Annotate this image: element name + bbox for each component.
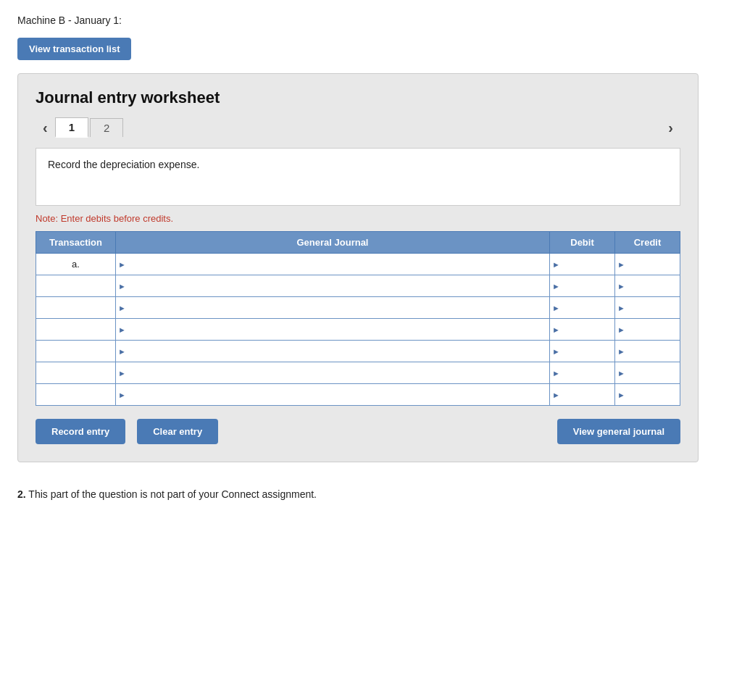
journal-input-5[interactable] (128, 343, 549, 359)
worksheet-title: Journal entry worksheet (36, 88, 680, 107)
debit-input-1[interactable] (562, 256, 614, 272)
description-text: Record the depreciation expense. (48, 159, 199, 170)
arrow-icon-3: ► (116, 304, 128, 312)
journal-cell-3[interactable]: ► (116, 297, 550, 319)
arrow-icon-4: ► (116, 325, 128, 334)
bottom-section: 2. This part of the question is not part… (17, 488, 725, 500)
next-tab-arrow[interactable]: › (661, 120, 680, 136)
debit-input-2[interactable] (562, 278, 614, 294)
table-row: a. ► ► ► (36, 254, 680, 275)
page-title: Machine B - January 1: (17, 14, 725, 26)
credit-arrow-icon-4: ► (615, 325, 628, 334)
journal-table: Transaction General Journal Debit Credit… (36, 231, 680, 406)
credit-arrow-icon-2: ► (615, 282, 628, 291)
bottom-note-text: This part of the question is not part of… (26, 488, 317, 500)
header-credit: Credit (615, 232, 680, 254)
tab-2[interactable]: 2 (90, 118, 123, 137)
debit-input-5[interactable] (562, 343, 614, 359)
transaction-cell-1: a. (36, 254, 116, 275)
journal-input-4[interactable] (128, 321, 549, 338)
debit-cell-7[interactable]: ► (550, 384, 615, 406)
journal-cell-2[interactable]: ► (116, 275, 550, 297)
header-debit: Debit (550, 232, 615, 254)
journal-cell-5[interactable]: ► (116, 341, 550, 362)
credit-cell-2[interactable]: ► (615, 275, 680, 297)
arrow-icon-5: ► (116, 347, 128, 356)
view-general-journal-button[interactable]: View general journal (557, 419, 680, 444)
journal-input-2[interactable] (128, 278, 549, 294)
credit-input-2[interactable] (628, 278, 680, 294)
table-row: ► ► ► (36, 275, 680, 297)
credit-cell-1[interactable]: ► (615, 254, 680, 275)
transaction-cell-3 (36, 297, 116, 319)
debit-cell-3[interactable]: ► (550, 297, 615, 319)
debit-cell-4[interactable]: ► (550, 319, 615, 341)
journal-cell-7[interactable]: ► (116, 384, 550, 406)
debit-arrow-icon-5: ► (550, 347, 562, 356)
journal-cell-1[interactable]: ► (116, 254, 550, 275)
debit-arrow-icon-1: ► (550, 260, 562, 269)
debit-input-4[interactable] (562, 321, 614, 338)
journal-input-1[interactable] (128, 256, 549, 272)
debit-cell-2[interactable]: ► (550, 275, 615, 297)
arrow-icon-2: ► (116, 282, 128, 291)
transaction-cell-5 (36, 341, 116, 362)
clear-entry-button[interactable]: Clear entry (137, 419, 218, 444)
table-row: ► ► ► (36, 319, 680, 341)
description-box: Record the depreciation expense. (36, 148, 680, 206)
debit-cell-6[interactable]: ► (550, 362, 615, 384)
record-entry-button[interactable]: Record entry (36, 419, 125, 444)
table-row: ► ► ► (36, 297, 680, 319)
credit-input-4[interactable] (628, 321, 680, 338)
debit-cell-5[interactable]: ► (550, 341, 615, 362)
view-transaction-button[interactable]: View transaction list (17, 38, 131, 60)
credit-input-5[interactable] (628, 343, 680, 359)
credit-input-3[interactable] (628, 299, 680, 316)
tabs-navigation: ‹ 1 2 › (36, 117, 680, 138)
debit-arrow-icon-6: ► (550, 369, 562, 378)
debit-input-3[interactable] (562, 299, 614, 316)
credit-cell-3[interactable]: ► (615, 297, 680, 319)
credit-arrow-icon-6: ► (615, 369, 628, 378)
debit-arrow-icon-4: ► (550, 325, 562, 334)
arrow-icon-7: ► (116, 391, 128, 399)
journal-input-3[interactable] (128, 299, 549, 316)
debit-arrow-icon-7: ► (550, 391, 562, 399)
table-row: ► ► ► (36, 362, 680, 384)
credit-arrow-icon-1: ► (615, 260, 628, 269)
journal-cell-4[interactable]: ► (116, 319, 550, 341)
arrow-icon-6: ► (116, 369, 128, 378)
arrow-icon-1: ► (116, 260, 128, 269)
transaction-cell-4 (36, 319, 116, 341)
journal-cell-6[interactable]: ► (116, 362, 550, 384)
credit-cell-4[interactable]: ► (615, 319, 680, 341)
debit-arrow-icon-2: ► (550, 282, 562, 291)
credit-input-7[interactable] (628, 386, 680, 403)
worksheet-container: Journal entry worksheet ‹ 1 2 › Record t… (17, 73, 699, 462)
credit-arrow-icon-5: ► (615, 347, 628, 356)
debit-input-7[interactable] (562, 386, 614, 403)
transaction-cell-7 (36, 384, 116, 406)
table-row: ► ► ► (36, 384, 680, 406)
tab-1[interactable]: 1 (55, 117, 88, 138)
transaction-cell-6 (36, 362, 116, 384)
credit-arrow-icon-3: ► (615, 304, 628, 312)
header-transaction: Transaction (36, 232, 116, 254)
credit-arrow-icon-7: ► (615, 391, 628, 399)
journal-input-7[interactable] (128, 386, 549, 403)
table-row: ► ► ► (36, 341, 680, 362)
buttons-row: Record entry Clear entry View general jo… (36, 419, 680, 444)
credit-cell-5[interactable]: ► (615, 341, 680, 362)
credit-input-1[interactable] (628, 256, 680, 272)
journal-input-6[interactable] (128, 364, 549, 381)
debit-arrow-icon-3: ► (550, 304, 562, 312)
header-general-journal: General Journal (116, 232, 550, 254)
prev-tab-arrow[interactable]: ‹ (36, 120, 55, 136)
credit-cell-6[interactable]: ► (615, 362, 680, 384)
credit-cell-7[interactable]: ► (615, 384, 680, 406)
note-text: Note: Enter debits before credits. (36, 213, 680, 224)
bottom-note-number: 2. (17, 488, 26, 500)
credit-input-6[interactable] (628, 364, 680, 381)
debit-input-6[interactable] (562, 364, 614, 381)
debit-cell-1[interactable]: ► (550, 254, 615, 275)
